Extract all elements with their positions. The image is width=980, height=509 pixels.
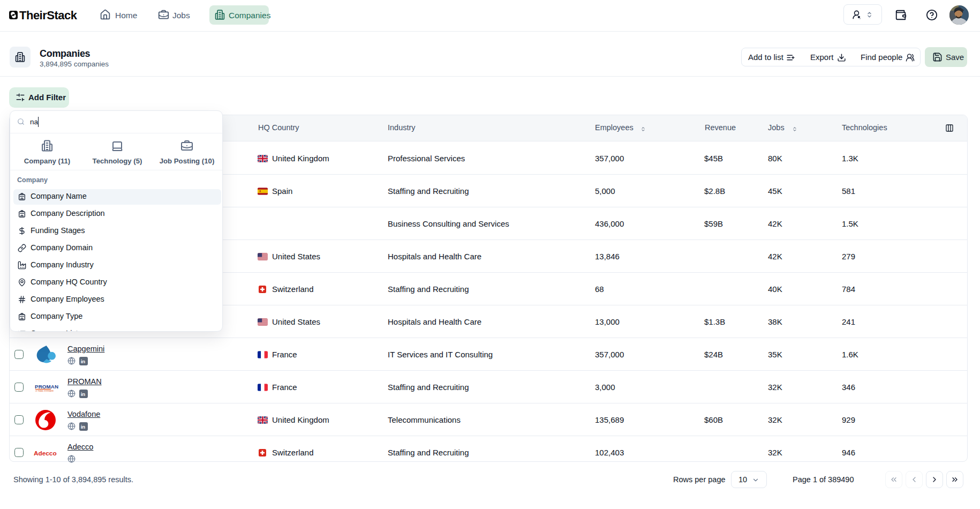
svg-text:PROMAN: PROMAN (35, 383, 58, 389)
svg-text:Adecco: Adecco (34, 450, 57, 456)
svg-text:LE TRAVAIL INTERIMAIRE: LE TRAVAIL INTERIMAIRE (35, 390, 54, 392)
svg-text:in: in (81, 358, 86, 364)
svg-text:in: in (81, 424, 86, 430)
svg-text:in: in (81, 391, 86, 397)
